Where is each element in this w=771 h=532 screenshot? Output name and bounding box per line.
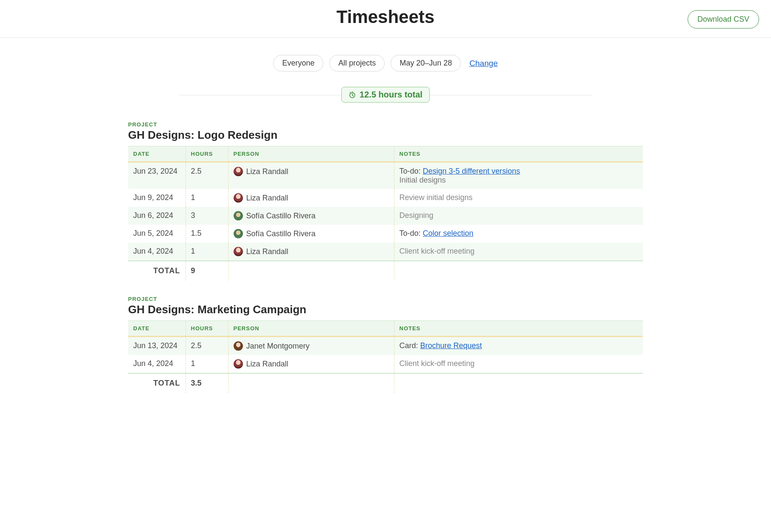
table-row: Jun 23, 20242.5Liza RandallTo-do: Design…	[128, 162, 643, 189]
person-name: Liza Randall	[246, 194, 288, 203]
cell-hours: 2.5	[186, 162, 228, 189]
note-text: Client kick-off meeting	[400, 359, 475, 368]
total-value: 3.5	[186, 373, 228, 393]
table-row: Jun 9, 20241Liza RandallReview initial d…	[128, 189, 643, 207]
column-header-date: Date	[128, 321, 186, 337]
project-title: GH Designs: Logo Redesign	[128, 129, 643, 142]
note-link[interactable]: Color selection	[423, 229, 474, 237]
column-header-person: Person	[228, 321, 394, 337]
cell-notes: Client kick-off meeting	[394, 243, 643, 261]
table-row: Jun 5, 20241.5Sofía Castillo RiveraTo-do…	[128, 225, 643, 243]
person-name: Sofía Castillo Rivera	[246, 229, 316, 238]
cell-notes: To-do: Design 3-5 different versionsInit…	[394, 162, 643, 189]
total-label: Total	[128, 373, 186, 393]
table-row: Jun 6, 20243Sofía Castillo RiveraDesigni…	[128, 207, 643, 225]
cell-date: Jun 6, 2024	[128, 207, 186, 225]
cell-person: Liza Randall	[228, 355, 394, 373]
cell-hours: 3	[186, 207, 228, 225]
column-header-person: Person	[228, 146, 394, 162]
cell-notes: Review initial designs	[394, 189, 643, 207]
total-hours-badge: 12.5 hours total	[341, 87, 430, 103]
table-row: Jun 13, 20242.5Janet MontgomeryCard: Bro…	[128, 337, 643, 355]
timesheet-table: DateHoursPersonNotesJun 23, 20242.5Liza …	[128, 146, 643, 280]
note-prefix: To-do:	[400, 167, 423, 175]
cell-person: Liza Randall	[228, 162, 394, 189]
change-filters-link[interactable]: Change	[469, 59, 498, 68]
avatar	[234, 359, 243, 369]
cell-date: Jun 13, 2024	[128, 337, 186, 355]
content: Everyone All projects May 20–Jun 28 Chan…	[124, 38, 647, 434]
total-spacer	[228, 373, 394, 393]
cell-date: Jun 4, 2024	[128, 243, 186, 261]
avatar	[234, 193, 243, 203]
note-text: Client kick-off meeting	[400, 247, 475, 255]
cell-person: Sofía Castillo Rivera	[228, 207, 394, 225]
total-spacer	[394, 373, 643, 393]
cell-hours: 2.5	[186, 337, 228, 355]
cell-person: Janet Montgomery	[228, 337, 394, 355]
total-spacer	[394, 261, 643, 280]
cell-person: Liza Randall	[228, 189, 394, 207]
avatar	[234, 341, 243, 351]
cell-hours: 1	[186, 243, 228, 261]
project-section: ProjectGH Designs: Marketing CampaignDat…	[128, 296, 643, 393]
header: Timesheets Download CSV	[0, 0, 771, 38]
cell-notes: Card: Brochure Request	[394, 337, 643, 355]
note-text: Designing	[400, 211, 434, 220]
cell-person: Liza Randall	[228, 243, 394, 261]
column-header-date: Date	[128, 146, 186, 162]
cell-date: Jun 9, 2024	[128, 189, 186, 207]
cell-person: Sofía Castillo Rivera	[228, 225, 394, 243]
avatar	[234, 167, 243, 176]
cell-notes: Designing	[394, 207, 643, 225]
filter-daterange[interactable]: May 20–Jun 28	[391, 55, 461, 72]
column-header-notes: Notes	[394, 146, 643, 162]
cell-hours: 1	[186, 355, 228, 373]
project-label: Project	[128, 121, 643, 128]
filter-people[interactable]: Everyone	[273, 55, 323, 72]
note-prefix: To-do:	[400, 229, 423, 237]
cell-notes: Client kick-off meeting	[394, 355, 643, 373]
download-csv-button[interactable]: Download CSV	[688, 10, 759, 29]
person-name: Sofía Castillo Rivera	[246, 212, 316, 220]
cell-hours: 1	[186, 189, 228, 207]
note-link[interactable]: Design 3-5 different versions	[423, 167, 520, 175]
note-link[interactable]: Brochure Request	[420, 341, 482, 350]
cell-date: Jun 23, 2024	[128, 162, 186, 189]
total-spacer	[228, 261, 394, 280]
column-header-hours: Hours	[186, 146, 228, 162]
cell-hours: 1.5	[186, 225, 228, 243]
timesheet-table: DateHoursPersonNotesJun 13, 20242.5Janet…	[128, 320, 643, 393]
avatar	[234, 211, 243, 220]
cell-date: Jun 5, 2024	[128, 225, 186, 243]
project-section: ProjectGH Designs: Logo RedesignDateHour…	[128, 121, 643, 280]
project-title: GH Designs: Marketing Campaign	[128, 303, 643, 316]
filter-projects[interactable]: All projects	[329, 55, 385, 72]
note-prefix: Card:	[400, 341, 420, 350]
note-subtext: Initial designs	[400, 176, 638, 185]
person-name: Liza Randall	[246, 167, 288, 176]
filter-bar: Everyone All projects May 20–Jun 28 Chan…	[128, 55, 643, 72]
avatar	[234, 247, 243, 256]
person-name: Liza Randall	[246, 247, 288, 256]
person-name: Janet Montgomery	[246, 342, 310, 351]
total-value: 9	[186, 261, 228, 280]
clock-icon	[348, 91, 356, 99]
column-header-hours: Hours	[186, 321, 228, 337]
cell-notes: To-do: Color selection	[394, 225, 643, 243]
total-hours-text: 12.5 hours total	[360, 90, 423, 100]
person-name: Liza Randall	[246, 360, 288, 369]
summary-row: 12.5 hours total	[128, 87, 643, 103]
total-label: Total	[128, 261, 186, 280]
project-label: Project	[128, 296, 643, 302]
table-row: Jun 4, 20241Liza RandallClient kick-off …	[128, 355, 643, 373]
column-header-notes: Notes	[394, 321, 643, 337]
table-row: Jun 4, 20241Liza RandallClient kick-off …	[128, 243, 643, 261]
cell-date: Jun 4, 2024	[128, 355, 186, 373]
avatar	[234, 229, 243, 238]
note-text: Review initial designs	[400, 193, 473, 202]
page-title: Timesheets	[12, 7, 759, 27]
